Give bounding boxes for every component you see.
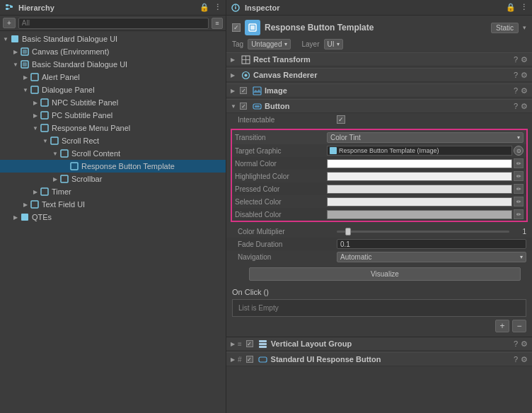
onclick-remove-button[interactable]: − xyxy=(512,320,526,332)
tree-item-qtes[interactable]: QTEs xyxy=(0,211,226,223)
tree-item-response-menu[interactable]: Response Menu Panel xyxy=(0,122,226,134)
tree-item-dialogue[interactable]: Dialogue Panel xyxy=(0,83,226,96)
interactable-checkbox[interactable] xyxy=(337,115,345,124)
normal-color-swatch[interactable] xyxy=(327,159,512,168)
svg-rect-5 xyxy=(11,35,18,42)
hierarchy-tree: Basic Standard Dialogue UI Canvas (Envir… xyxy=(0,31,226,413)
svg-point-31 xyxy=(244,74,247,76)
canvas-renderer-settings[interactable]: ⚙ xyxy=(521,71,528,80)
standard-response-component[interactable]: ▶ # Standard UI Response Button ? ⚙ xyxy=(226,352,532,366)
tree-item-scrollbar[interactable]: Scrollbar xyxy=(0,173,226,185)
hierarchy-search-input[interactable] xyxy=(18,18,209,29)
hierarchy-menu-icon[interactable]: ⋮ xyxy=(214,3,221,12)
tree-item-textfield[interactable]: Text Field UI xyxy=(0,198,226,211)
rect-transform-arrow[interactable]: ▶ xyxy=(231,57,238,63)
image-help[interactable]: ? xyxy=(514,86,518,95)
vertical-layout-settings[interactable]: ⚙ xyxy=(521,339,528,349)
highlighted-color-row: Highlighted Color ✏ xyxy=(232,170,526,182)
standard-response-help[interactable]: ? xyxy=(514,355,518,364)
hierarchy-lock-icon[interactable]: 🔒 xyxy=(200,3,209,12)
selected-color-swatch[interactable] xyxy=(327,197,512,206)
main-layout: Hierarchy 🔒 ⋮ + ≡ Basic Standard Dialogu… xyxy=(0,0,532,413)
slider-track xyxy=(337,231,509,233)
standard-response-settings[interactable]: ⚙ xyxy=(521,355,528,364)
canvas-renderer-help[interactable]: ? xyxy=(514,71,518,80)
svg-rect-1 xyxy=(6,8,8,10)
vertical-layout-component[interactable]: ▶ ≡ Vertical Layout Group ? ⚙ xyxy=(226,337,532,351)
visualize-button[interactable]: Visualize xyxy=(249,267,521,281)
inspector-lock-icon[interactable]: 🔒 xyxy=(506,3,516,12)
button-help[interactable]: ? xyxy=(514,102,518,111)
disabled-color-swatch[interactable] xyxy=(327,210,512,219)
standard-response-arrow[interactable]: ▶ xyxy=(231,356,238,363)
canvas-icon xyxy=(50,136,59,146)
tree-arrow xyxy=(61,162,69,170)
svg-rect-13 xyxy=(41,112,48,119)
static-dropdown-icon[interactable]: ▾ xyxy=(523,24,526,31)
tree-arrow xyxy=(31,124,40,132)
vertical-layout-help[interactable]: ? xyxy=(514,339,518,349)
svg-rect-2 xyxy=(10,6,13,8)
tree-item-response-button-template[interactable]: Response Button Template xyxy=(0,160,226,173)
canvas-renderer-arrow[interactable]: ▶ xyxy=(231,72,238,78)
svg-rect-12 xyxy=(41,99,48,106)
image-checkbox[interactable] xyxy=(240,87,247,94)
image-arrow[interactable]: ▶ xyxy=(231,88,238,94)
pressed-color-picker[interactable]: ✏ xyxy=(514,184,524,194)
image-settings[interactable]: ⚙ xyxy=(521,86,528,95)
inspector-panel: Inspector 🔒 ⋮ Response Button Template S… xyxy=(226,0,532,413)
color-multiplier-value: 1 xyxy=(337,228,526,235)
tree-item-timer[interactable]: Timer xyxy=(0,185,226,198)
highlighted-color-swatch[interactable] xyxy=(327,172,512,181)
canvas-renderer-component[interactable]: ▶ Canvas Renderer ? ⚙ xyxy=(226,68,532,82)
target-graphic-icon xyxy=(330,147,337,154)
button-settings[interactable]: ⚙ xyxy=(521,102,528,111)
cube-icon xyxy=(10,34,20,44)
onclick-add-button[interactable]: + xyxy=(495,320,509,332)
highlighted-color-picker[interactable]: ✏ xyxy=(514,171,524,181)
normal-color-picker[interactable]: ✏ xyxy=(514,158,524,168)
navigation-value: Automatic xyxy=(340,253,371,261)
layer-dropdown[interactable]: UI xyxy=(324,39,343,50)
button-name: Button xyxy=(265,102,514,110)
pressed-color-label: Pressed Color xyxy=(235,185,327,193)
transition-dropdown[interactable]: Color Tint xyxy=(327,132,524,143)
navigation-dropdown[interactable]: Automatic xyxy=(337,252,526,262)
hierarchy-scene-button[interactable]: ≡ xyxy=(212,18,223,29)
tree-item-bsd2[interactable]: Basic Standard Dialogue UI xyxy=(0,58,226,71)
rect-transform-help[interactable]: ? xyxy=(514,55,518,64)
disabled-color-value: ✏ xyxy=(327,209,524,219)
gameobject-header: Response Button Template Static ▾ xyxy=(226,18,532,37)
color-multiplier-slider[interactable] xyxy=(337,231,509,233)
tree-item-pc[interactable]: PC Subtitle Panel xyxy=(0,109,226,122)
image-component[interactable]: ▶ Image ? ⚙ xyxy=(226,83,532,98)
disabled-color-picker[interactable]: ✏ xyxy=(514,209,524,219)
target-graphic-row: Target Graphic Response Button Template … xyxy=(232,144,526,157)
tree-item-basic-standard-dialogue[interactable]: Basic Standard Dialogue UI xyxy=(0,33,226,45)
tree-label: Basic Standard Dialogue UI xyxy=(22,35,117,43)
tree-item-scroll-rect[interactable]: Scroll Rect xyxy=(0,134,226,147)
vertical-layout-checkbox[interactable] xyxy=(246,340,253,347)
hierarchy-add-button[interactable]: + xyxy=(3,18,16,28)
inspector-menu-icon[interactable]: ⋮ xyxy=(520,3,528,12)
rect-transform-component[interactable]: ▶ Rect Transform ? ⚙ xyxy=(226,52,532,66)
tree-item-scroll-content[interactable]: Scroll Content xyxy=(0,147,226,160)
selected-color-label: Selected Color xyxy=(235,198,327,206)
tag-dropdown[interactable]: Untagged xyxy=(248,39,290,50)
pressed-color-swatch[interactable] xyxy=(327,185,512,194)
target-graphic-picker[interactable]: ⊙ xyxy=(514,146,524,156)
tree-item-npc[interactable]: NPC Subtitle Panel xyxy=(0,96,226,109)
gameobject-active-checkbox[interactable] xyxy=(232,23,241,32)
vertical-layout-arrow[interactable]: ▶ xyxy=(231,341,238,347)
button-checkbox[interactable] xyxy=(240,103,247,110)
standard-response-icon2: # xyxy=(238,356,242,363)
tree-item-canvas-env[interactable]: Canvas (Environment) xyxy=(0,45,226,58)
button-arrow[interactable]: ▼ xyxy=(231,103,238,110)
fade-duration-input[interactable] xyxy=(337,239,526,249)
standard-response-checkbox[interactable] xyxy=(246,356,253,363)
button-component[interactable]: ▼ Button ? ⚙ xyxy=(226,99,532,113)
rect-transform-settings[interactable]: ⚙ xyxy=(521,55,528,64)
selected-color-picker[interactable]: ✏ xyxy=(514,197,524,206)
tree-item-alert[interactable]: Alert Panel xyxy=(0,71,226,83)
transition-value-container: Color Tint xyxy=(327,132,524,143)
